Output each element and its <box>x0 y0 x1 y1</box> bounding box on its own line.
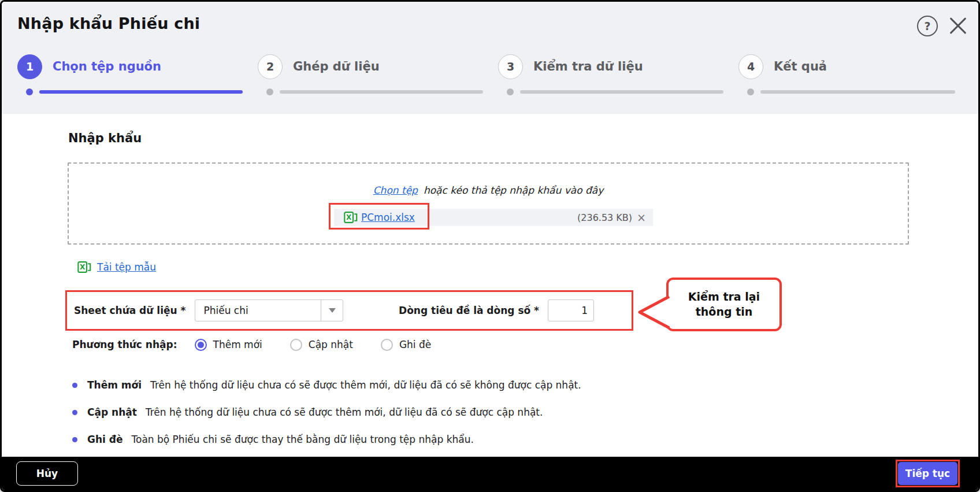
note-add-new: Thêm mới Trên hệ thống dữ liệu chưa có s… <box>72 378 581 393</box>
close-icon[interactable] <box>948 16 968 36</box>
step-4-circle: 4 <box>738 54 763 79</box>
uploaded-file-link[interactable]: PCmoi.xlsx <box>361 212 415 223</box>
template-row: X Tải tệp mẫu <box>77 261 156 273</box>
continue-annotation-rect: Tiếp tục <box>896 460 960 487</box>
excel-file-icon: X <box>344 211 358 224</box>
form-annotation-rect: Sheet chứa dữ liệu * Phiếu chi Dòng tiêu… <box>65 290 633 331</box>
header-row-label: Dòng tiêu đề là dòng số * <box>399 305 539 316</box>
radio-icon-add-new[interactable] <box>195 339 207 351</box>
section-title: Nhập khẩu <box>68 131 142 145</box>
dialog-footer: Hủy Tiếp tục <box>2 457 978 490</box>
bullet-icon <box>72 437 77 442</box>
step-1-label: Chọn tệp nguồn <box>53 60 161 73</box>
remove-file-icon[interactable]: × <box>637 212 646 223</box>
step-2-circle: 2 <box>258 54 283 79</box>
callout-annotation: Kiểm tra lại thông tin <box>666 278 782 331</box>
method-notes: Thêm mới Trên hệ thống dữ liệu chưa có s… <box>72 378 581 459</box>
drag-hint-text: hoặc kéo thả tệp nhập khẩu vào đây <box>424 184 603 196</box>
radio-option-overwrite[interactable]: Ghi đè <box>381 339 431 351</box>
bullet-icon <box>72 410 77 415</box>
callout-arrow <box>637 295 670 330</box>
header-icons: ? <box>917 16 968 36</box>
uploaded-file-row: X PCmoi.xlsx (236.53 KB) × <box>334 209 653 226</box>
continue-button[interactable]: Tiếp tục <box>898 462 957 485</box>
step-3-label: Kiểm tra dữ liệu <box>533 60 643 73</box>
import-method-row: Phương thức nhập: Thêm mới Cập nhật Ghi … <box>72 336 431 353</box>
radio-icon-update[interactable] <box>290 339 302 351</box>
svg-text:X: X <box>346 213 352 221</box>
file-dropzone[interactable]: Chọn tệphoặc kéo thả tệp nhập khẩu vào đ… <box>68 162 909 245</box>
chevron-down-icon[interactable] <box>321 300 343 321</box>
sheet-select-value: Phiếu chi <box>195 305 321 316</box>
step-2-label: Ghép dữ liệu <box>293 60 380 73</box>
note-overwrite: Ghi đè Toàn bộ Phiếu chi sẽ được thay th… <box>72 432 581 447</box>
note-update: Cập nhật Trên hệ thống dữ liệu chưa có s… <box>72 405 581 420</box>
svg-text:X: X <box>80 263 86 271</box>
import-method-label: Phương thức nhập: <box>72 339 177 350</box>
radio-icon-overwrite[interactable] <box>381 339 393 351</box>
sheet-label: Sheet chứa dữ liệu * <box>74 305 185 316</box>
step-1-circle: 1 <box>17 54 42 79</box>
file-size-label: (236.53 KB) <box>577 212 632 223</box>
radio-option-update[interactable]: Cập nhật <box>290 339 353 351</box>
callout-line2: thông tin <box>696 305 753 320</box>
step-indicator: 1 Chọn tệp nguồn 2 Ghép dữ liệu 3 <box>17 54 955 95</box>
header-row-input[interactable] <box>548 299 594 321</box>
step-1-progress <box>17 88 243 95</box>
dropzone-hint: Chọn tệphoặc kéo thả tệp nhập khẩu vào đ… <box>69 184 908 196</box>
page-title: Nhập khẩu Phiếu chi <box>17 14 200 32</box>
callout-line1: Kiểm tra lại <box>688 290 760 305</box>
step-2-progress <box>258 88 483 95</box>
sheet-select[interactable]: Phiếu chi <box>195 299 343 321</box>
step-select-source[interactable]: 1 Chọn tệp nguồn <box>17 54 258 95</box>
dialog-header: Nhập khẩu Phiếu chi ? 1 Chọn tệp nguồn 2… <box>2 2 978 114</box>
step-3-progress <box>498 88 723 95</box>
step-4-progress <box>738 88 955 95</box>
radio-option-add-new[interactable]: Thêm mới <box>195 339 262 351</box>
dialog-body: Nhập khẩu Chọn tệphoặc kéo thả tệp nhập … <box>2 114 978 457</box>
step-check-data[interactable]: 3 Kiểm tra dữ liệu <box>498 54 738 95</box>
step-map-data[interactable]: 2 Ghép dữ liệu <box>258 54 498 95</box>
import-dialog: Nhập khẩu Phiếu chi ? 1 Chọn tệp nguồn 2… <box>0 0 980 492</box>
choose-file-link[interactable]: Chọn tệp <box>373 184 418 196</box>
step-result[interactable]: 4 Kết quả <box>738 54 955 95</box>
cancel-button[interactable]: Hủy <box>16 461 78 486</box>
excel-template-icon: X <box>77 261 91 273</box>
step-4-label: Kết quả <box>774 60 827 73</box>
step-3-circle: 3 <box>498 54 523 79</box>
bullet-icon <box>72 383 77 388</box>
download-template-link[interactable]: Tải tệp mẫu <box>97 261 156 273</box>
help-icon[interactable]: ? <box>917 16 938 36</box>
